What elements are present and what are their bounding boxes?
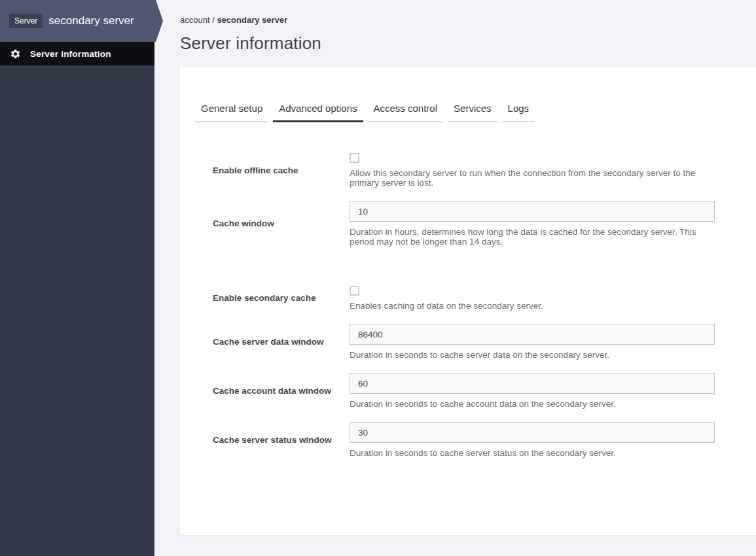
cache-account-data-window-input[interactable]	[350, 373, 715, 394]
tab-access-control[interactable]: Access control	[368, 103, 444, 122]
main-content: account / secondary server Server inform…	[154, 0, 756, 556]
settings-form: Enable offline cacheAllow this secondary…	[180, 153, 756, 458]
enable-secondary-cache-checkbox[interactable]	[350, 286, 359, 296]
field-label-cache-account-data-window: Cache account data window	[213, 386, 350, 396]
tab-advanced-options[interactable]: Advanced options	[273, 103, 363, 122]
field-help: Duration in hours, determines how long t…	[350, 227, 715, 247]
form-field-row: Enable offline cacheAllow this secondary…	[213, 153, 756, 188]
field-help: Duration in seconds to cache server stat…	[350, 448, 715, 458]
field-label-enable-offline-cache: Enable offline cache	[213, 165, 350, 176]
enable-offline-cache-checkbox[interactable]	[350, 153, 359, 163]
field-control: Duration in seconds to cache account dat…	[350, 373, 715, 409]
cache-server-status-window-input[interactable]	[350, 422, 715, 443]
tab-general-setup[interactable]: General setup	[195, 103, 268, 122]
breadcrumb-account-link[interactable]: account	[180, 15, 210, 25]
field-control: Allow this secondary server to run when …	[350, 153, 715, 188]
form-field-row: Enable secondary cacheEnables caching of…	[213, 286, 756, 311]
content-card: General setupAdvanced optionsAccess cont…	[180, 67, 756, 535]
sidebar-item-server-information[interactable]: Server information	[0, 42, 154, 65]
form-field-row: Cache server data windowDuration in seco…	[213, 324, 756, 360]
field-label-enable-secondary-cache: Enable secondary cache	[213, 293, 350, 304]
cache-server-data-window-input[interactable]	[350, 324, 715, 345]
page-title: Server information	[180, 33, 756, 54]
field-control: Duration in hours, determines how long t…	[350, 201, 715, 247]
field-help: Enables caching of data on the secondary…	[350, 301, 715, 311]
field-control: Duration in seconds to cache server stat…	[350, 422, 715, 458]
gear-icon	[10, 48, 21, 60]
server-type-badge: Server	[9, 14, 43, 28]
sidebar-header: Server secondary server	[0, 0, 163, 42]
sidebar-server-title: secondary server	[48, 14, 134, 27]
field-help: Allow this secondary server to run when …	[350, 168, 715, 188]
form-field-row: Cache windowDuration in hours, determine…	[213, 201, 756, 247]
field-label-cache-window: Cache window	[213, 218, 350, 229]
field-control: Duration in seconds to cache server data…	[350, 324, 715, 360]
sidebar-item-label: Server information	[30, 49, 111, 59]
field-label-cache-server-status-window: Cache server status window	[213, 435, 350, 445]
breadcrumb-separator: /	[210, 15, 217, 25]
field-label-cache-server-data-window: Cache server data window	[213, 337, 350, 347]
field-help: Duration in seconds to cache account dat…	[350, 399, 715, 409]
form-field-row: Cache server status windowDuration in se…	[213, 422, 756, 458]
cache-window-input[interactable]	[350, 201, 715, 222]
tab-services[interactable]: Services	[448, 103, 497, 122]
form-field-row: Cache account data windowDuration in sec…	[213, 373, 756, 409]
field-help: Duration in seconds to cache server data…	[350, 350, 715, 360]
tabs: General setupAdvanced optionsAccess cont…	[195, 103, 756, 122]
sidebar: Server secondary server Server informati…	[0, 0, 154, 556]
breadcrumb: account / secondary server	[180, 15, 756, 25]
breadcrumb-current: secondary server	[217, 15, 287, 25]
field-control: Enables caching of data on the secondary…	[350, 286, 715, 311]
tab-logs[interactable]: Logs	[502, 103, 535, 122]
